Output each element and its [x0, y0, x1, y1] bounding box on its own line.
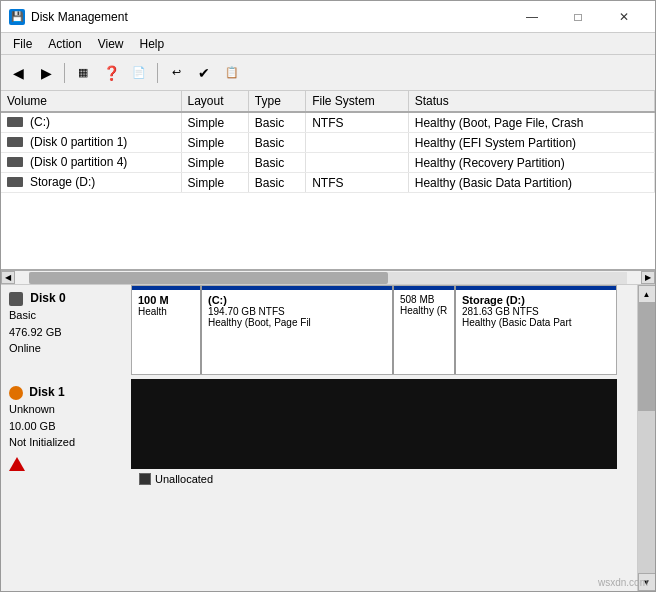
maximize-button[interactable]: □ [555, 1, 601, 33]
p-status: Healthy (Basic Data Part [462, 317, 610, 328]
cell-fs [306, 133, 409, 153]
p-label: (C:) [208, 294, 386, 306]
disk1-size: 10.00 GB [9, 418, 123, 435]
partition-c[interactable]: (C:) 194.70 GB NTFS Healthy (Boot, Page … [202, 286, 394, 374]
scrollbar-thumb [29, 272, 388, 284]
disk-management-window: 💾 Disk Management — □ ✕ File Action View… [0, 0, 656, 592]
disk0-size: 476.92 GB [9, 324, 123, 341]
unallocated-row: Unallocated [131, 469, 617, 489]
cell-type: Basic [248, 112, 305, 133]
col-layout[interactable]: Layout [181, 91, 248, 112]
cell-status: Healthy (Recovery Partition) [408, 153, 654, 173]
toolbar-help[interactable]: ❓ [98, 60, 124, 86]
disk-area-container: Disk 0 Basic 476.92 GB Online 100 M Heal… [1, 285, 655, 591]
horizontal-scrollbar[interactable]: ◀ ▶ [1, 271, 655, 285]
cell-volume: (Disk 0 partition 1) [1, 133, 181, 153]
partition-header [456, 286, 616, 290]
disk1-icon [9, 386, 23, 400]
menu-file[interactable]: File [5, 35, 40, 53]
disk-rows: Disk 0 Basic 476.92 GB Online 100 M Heal… [1, 285, 637, 591]
col-status[interactable]: Status [408, 91, 654, 112]
partition-d[interactable]: Storage (D:) 281.63 GB NTFS Healthy (Bas… [456, 286, 616, 374]
p-size: 281.63 GB NTFS [462, 306, 610, 317]
disk1-label: Disk 1 Unknown 10.00 GB Not Initialized [1, 379, 131, 489]
toolbar: ◀ ▶ ▦ ❓ 📄 ↩ ✔ 📋 [1, 55, 655, 91]
table-row[interactable]: (Disk 0 partition 1) Simple Basic Health… [1, 133, 655, 153]
window-controls: — □ ✕ [509, 1, 647, 33]
cell-status: Healthy (Basic Data Partition) [408, 173, 654, 193]
scrollbar-track [29, 272, 627, 284]
toolbar-list[interactable]: ▦ [70, 60, 96, 86]
cell-layout: Simple [181, 173, 248, 193]
cell-fs: NTFS [306, 112, 409, 133]
title-bar: 💾 Disk Management — □ ✕ [1, 1, 655, 33]
cell-type: Basic [248, 153, 305, 173]
toolbar-sep1 [64, 63, 65, 83]
close-button[interactable]: ✕ [601, 1, 647, 33]
menu-bar: File Action View Help [1, 33, 655, 55]
cell-volume: Storage (D:) [1, 173, 181, 193]
menu-action[interactable]: Action [40, 35, 89, 53]
p-size: 194.70 GB NTFS [208, 306, 386, 317]
cell-status: Healthy (Boot, Page File, Crash [408, 112, 654, 133]
partition-100m[interactable]: 100 M Health [132, 286, 202, 374]
scroll-right-btn[interactable]: ▶ [641, 271, 655, 284]
cell-volume: (Disk 0 partition 4) [1, 153, 181, 173]
disk0-label: Disk 0 Basic 476.92 GB Online [1, 285, 131, 375]
up-arrow-icon [9, 457, 25, 471]
disk1-title: Disk 1 [9, 383, 123, 401]
toolbar-sep2 [157, 63, 158, 83]
p-size: 508 MB [400, 294, 448, 305]
table-row[interactable]: (C:) Simple Basic NTFS Healthy (Boot, Pa… [1, 112, 655, 133]
cell-status: Healthy (EFI System Partition) [408, 133, 654, 153]
disk0-type: Basic [9, 307, 123, 324]
cell-volume: (C:) [1, 112, 181, 133]
disk0-icon [9, 292, 23, 306]
cell-layout: Simple [181, 153, 248, 173]
cell-fs: NTFS [306, 173, 409, 193]
cell-fs [306, 153, 409, 173]
p-label: Storage (D:) [462, 294, 610, 306]
volume-table-area: Volume Layout Type File System Status (C… [1, 91, 655, 271]
arrow-indicator [9, 457, 123, 476]
disk0-partitions: 100 M Health (C:) 194.70 GB NTFS Healthy… [131, 285, 617, 375]
cell-type: Basic [248, 173, 305, 193]
toolbar-doc[interactable]: 📄 [126, 60, 152, 86]
watermark: wsxdn.com [598, 577, 648, 588]
toolbar-back[interactable]: ◀ [5, 60, 31, 86]
cell-type: Basic [248, 133, 305, 153]
table-row[interactable]: (Disk 0 partition 4) Simple Basic Health… [1, 153, 655, 173]
col-type[interactable]: Type [248, 91, 305, 112]
toolbar-forward[interactable]: ▶ [33, 60, 59, 86]
partition-508mb[interactable]: 508 MB Healthy (R [394, 286, 456, 374]
scroll-left-btn[interactable]: ◀ [1, 271, 15, 284]
table-row[interactable]: Storage (D:) Simple Basic NTFS Healthy (… [1, 173, 655, 193]
partition-header [132, 286, 200, 290]
col-filesystem[interactable]: File System [306, 91, 409, 112]
v-scrollbar-track [638, 303, 655, 573]
p-status: Healthy (Boot, Page Fil [208, 317, 386, 328]
disk1-content: Unallocated [131, 379, 617, 489]
toolbar-check[interactable]: ✔ [191, 60, 217, 86]
menu-view[interactable]: View [90, 35, 132, 53]
scroll-up-btn[interactable]: ▲ [638, 285, 656, 303]
window-icon: 💾 [9, 9, 25, 25]
main-content: Volume Layout Type File System Status (C… [1, 91, 655, 591]
disk1-status: Not Initialized [9, 434, 123, 451]
toolbar-undo[interactable]: ↩ [163, 60, 189, 86]
col-volume[interactable]: Volume [1, 91, 181, 112]
partition-header [202, 286, 392, 290]
p-label: 100 M [138, 294, 194, 306]
unallocated-box [139, 473, 151, 485]
disk0-status: Online [9, 340, 123, 357]
disk0-row: Disk 0 Basic 476.92 GB Online 100 M Heal… [1, 285, 637, 375]
partition-header [394, 286, 454, 290]
p-status: Health [138, 306, 194, 317]
cell-layout: Simple [181, 112, 248, 133]
window-title: Disk Management [31, 10, 509, 24]
menu-help[interactable]: Help [132, 35, 173, 53]
minimize-button[interactable]: — [509, 1, 555, 33]
disk1-unallocated-block[interactable] [131, 379, 617, 469]
volume-table: Volume Layout Type File System Status (C… [1, 91, 655, 193]
toolbar-copy[interactable]: 📋 [219, 60, 245, 86]
